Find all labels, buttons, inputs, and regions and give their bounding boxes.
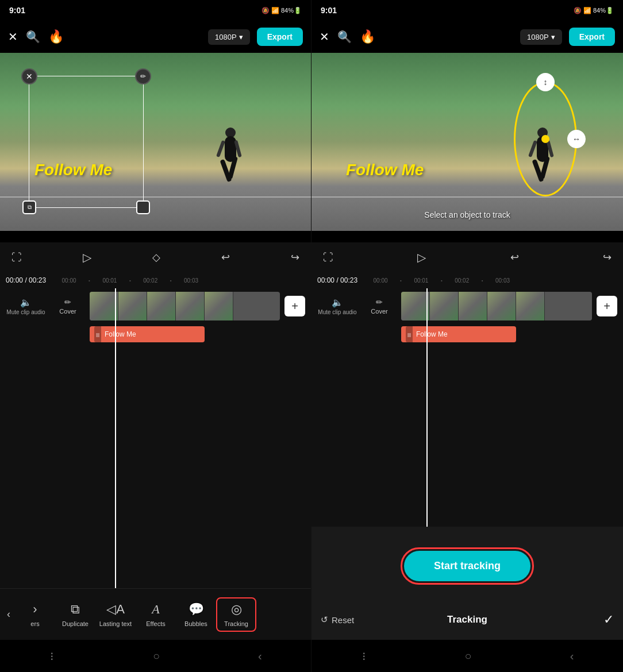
filmstrip-left[interactable]: [90, 292, 280, 320]
time-display-right: 00:00 / 00:23: [317, 276, 357, 284]
audio-mute-label-right: 🔈 Mute clip audio: [317, 297, 357, 315]
fullscreen-icon[interactable]: ⛶: [11, 252, 22, 264]
text-track-row-right: ||| Follow Me: [312, 326, 623, 342]
close-icon[interactable]: ✕: [8, 30, 18, 44]
duplicate-icon: ⧉: [71, 602, 80, 617]
brand-flame-icon: 🔥: [48, 29, 64, 44]
circle-nav-icon-right[interactable]: ○: [465, 650, 472, 663]
video-track-row-right: 🔈 Mute clip audio ✏ Cover +: [312, 288, 623, 324]
playback-controls-left: ⛶ ▷ ◇ ↩ ↪: [0, 242, 311, 272]
back-nav-icon-right[interactable]: ‹: [570, 650, 574, 663]
confirm-button[interactable]: ✓: [516, 612, 614, 627]
undo-icon[interactable]: ↩: [221, 251, 230, 264]
playhead-left: [115, 288, 116, 588]
status-bar-right: 9:01 🔕 📶 84%🔋: [312, 0, 623, 21]
tracking-handle-top-icon[interactable]: ↕: [536, 73, 555, 91]
timeline-body-left: 🔈 Mute clip audio ✏ Cover + ||| Follow M…: [0, 288, 311, 588]
filmstrip-right[interactable]: [401, 292, 592, 320]
bottom-nav-left: ⫶ ○ ‹: [0, 640, 311, 672]
undo-icon-right[interactable]: ↩: [510, 251, 519, 264]
bottom-nav-right: ⫶ ○ ‹: [312, 640, 623, 672]
tracking-footer: ↺ Reset Tracking ✓: [312, 600, 623, 640]
timeline-header-left: 00:00 / 00:23 00:00 • 00:01 • 00:02 • 00…: [0, 272, 311, 288]
play-icon[interactable]: ▷: [83, 250, 91, 264]
handle-copy-icon[interactable]: ⧉: [22, 200, 36, 214]
resolution-button-right[interactable]: 1080P ▾: [520, 29, 562, 45]
handle-edit-icon[interactable]: ✏: [135, 68, 151, 84]
clip-handle-right: |||: [406, 326, 413, 342]
tool-tracking[interactable]: ◎ Tracking: [216, 597, 256, 632]
start-tracking-border: Start tracking: [401, 547, 534, 585]
handle-resize-icon[interactable]: [136, 200, 150, 214]
effects-icon: A: [152, 602, 159, 617]
left-panel: 9:01 🔕 📶 84%🔋 ✕ 🔍 🔥 1080P ▾ Export: [0, 0, 312, 672]
video-preview-right: Follow Me ↕ ↔ Select an object to track: [312, 53, 623, 231]
search-icon-right[interactable]: 🔍: [337, 30, 352, 44]
brand-flame-icon-right: 🔥: [360, 29, 375, 44]
tracking-title: Tracking: [418, 614, 516, 625]
add-clip-button[interactable]: +: [284, 296, 305, 316]
reset-icon: ↺: [321, 615, 328, 625]
add-clip-button-right[interactable]: +: [597, 296, 617, 316]
bubbles-icon: 💬: [189, 602, 204, 617]
tool-effects[interactable]: A Effects: [136, 597, 176, 632]
fullscreen-icon-right[interactable]: ⛶: [323, 252, 333, 264]
close-icon-right[interactable]: ✕: [320, 30, 329, 44]
toolbar-right: ✕ 🔍 🔥 1080P ▾ Export: [312, 21, 623, 53]
arrow-icon: ›: [33, 602, 37, 617]
resolution-button-left[interactable]: 1080P ▾: [208, 29, 250, 45]
tool-scroll[interactable]: › ers: [15, 597, 55, 632]
back-nav-icon[interactable]: ‹: [258, 650, 262, 663]
status-icons-right: 🔕 📶 84%🔋: [574, 7, 614, 14]
playback-controls-right: ⛶ ▷ ↩ ↪: [312, 242, 623, 272]
tracking-dot: [541, 135, 549, 143]
audio-mute-label: 🔈 Mute clip audio: [6, 297, 46, 315]
tracking-ellipse[interactable]: ↕ ↔: [514, 82, 577, 196]
status-time-right: 9:01: [321, 6, 337, 15]
lasting-text-icon: ◁A: [106, 602, 125, 617]
cover-icon-right: ✏: [376, 298, 383, 307]
status-icons-left: 🔕 📶 84%🔋: [261, 7, 302, 14]
text-clip-right[interactable]: ||| Follow Me: [401, 326, 516, 342]
export-button-right[interactable]: Export: [569, 28, 615, 46]
timeline-body-right: 🔈 Mute clip audio ✏ Cover + ||| Follow M…: [312, 288, 623, 527]
export-button-left[interactable]: Export: [257, 28, 303, 46]
scroll-left-arrow[interactable]: ‹: [2, 604, 15, 625]
selection-box[interactable]: ✕ ✏ ⧉: [29, 76, 144, 208]
tool-duplicate[interactable]: ⧉ Duplicate: [55, 597, 95, 632]
cover-button-right[interactable]: ✏ Cover: [362, 298, 397, 315]
video-preview-left: Follow Me ✕ ✏ ⧉: [0, 53, 311, 231]
cover-icon: ✏: [64, 298, 71, 307]
cover-button[interactable]: ✏ Cover: [51, 298, 85, 315]
handle-close-icon[interactable]: ✕: [21, 68, 37, 84]
toolbar-left: ✕ 🔍 🔥 1080P ▾ Export: [0, 21, 311, 53]
playhead-right: [426, 288, 428, 527]
clip-handle: |||: [94, 326, 101, 342]
text-clip-left[interactable]: ||| Follow Me: [90, 326, 205, 342]
speaker-icon[interactable]: 🔈: [20, 297, 32, 308]
play-icon-right[interactable]: ▷: [417, 250, 426, 264]
redo-icon-right[interactable]: ↪: [603, 251, 612, 264]
speaker-icon-right[interactable]: 🔈: [332, 297, 343, 308]
reset-button[interactable]: ↺ Reset: [321, 615, 418, 625]
select-object-label: Select an object to track: [424, 210, 510, 219]
timeline-header-right: 00:00 / 00:23 00:00 • 00:01 • 00:02 • 00…: [312, 272, 623, 288]
search-icon[interactable]: 🔍: [26, 30, 40, 44]
runner-left: [207, 128, 253, 191]
tracking-bottom-section: Start tracking: [312, 527, 623, 600]
bottom-toolbar-left: ‹ › ers ⧉ Duplicate ◁A Lasting text A Ef…: [0, 588, 311, 640]
tool-lasting-text[interactable]: ◁A Lasting text: [95, 597, 136, 632]
status-time-left: 9:01: [9, 6, 25, 15]
redo-icon[interactable]: ↪: [291, 251, 299, 264]
home-nav-icon[interactable]: ⫶: [49, 650, 55, 663]
circle-nav-icon[interactable]: ○: [153, 650, 160, 663]
status-bar-left: 9:01 🔕 📶 84%🔋: [0, 0, 311, 21]
tracking-handle-right-icon[interactable]: ↔: [567, 130, 586, 148]
right-panel: 9:01 🔕 📶 84%🔋 ✕ 🔍 🔥 1080P ▾ Export: [312, 0, 623, 672]
video-track-row-left: 🔈 Mute clip audio ✏ Cover +: [0, 288, 311, 324]
magic-icon[interactable]: ◇: [152, 251, 160, 264]
start-tracking-button[interactable]: Start tracking: [404, 551, 530, 581]
tracking-icon: ◎: [231, 602, 242, 617]
tool-bubbles[interactable]: 💬 Bubbles: [176, 597, 216, 632]
home-nav-icon-right[interactable]: ⫶: [361, 650, 367, 663]
